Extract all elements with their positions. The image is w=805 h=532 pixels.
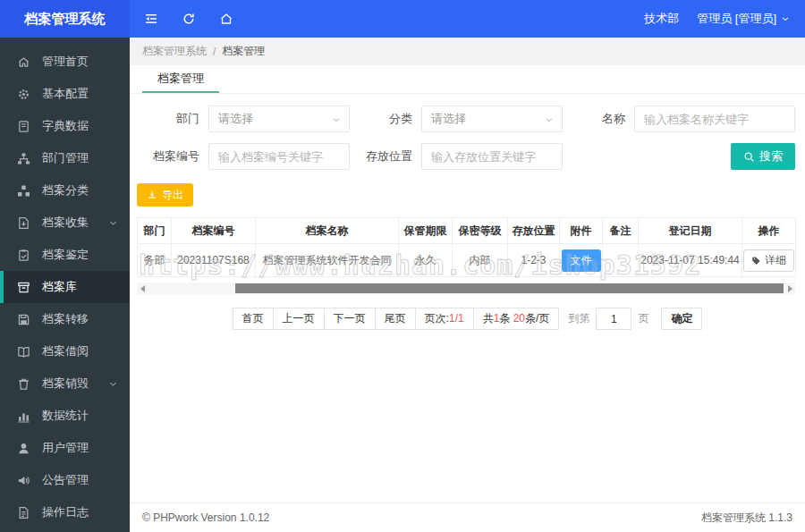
sidebar-item-11[interactable]: 档案销毁 (0, 367, 130, 400)
pagination-goto-unit: 页 (638, 311, 648, 326)
breadcrumb: 档案管理系统 / 档案管理 (130, 38, 805, 65)
sidebar-item-13[interactable]: 用户管理 (0, 432, 130, 464)
dict-icon (17, 120, 30, 133)
sidebar-item-5[interactable]: 档案分类 (0, 174, 130, 207)
transfer-icon (17, 313, 30, 326)
header-right: 技术部 管理员 [管理员] (644, 11, 805, 27)
cell-dept: 务部 (138, 244, 172, 277)
collapse-menu-icon[interactable] (144, 12, 158, 26)
sidebar-item-label: 公告管理 (42, 472, 89, 488)
sidebar-item-label: 管理首页 (42, 54, 89, 70)
cell-date: 2023-11-07 15:49:44 (639, 244, 742, 277)
header-icons (144, 12, 233, 26)
sidebar-item-4[interactable]: 部门管理 (0, 142, 130, 174)
home-icon[interactable] (219, 12, 233, 26)
dept-select[interactable]: 请选择 (208, 106, 350, 132)
department-label: 技术部 (644, 11, 679, 27)
table-body: 务部20231107S168档案管理系统软件开发合同永久内部1-2-3文件202… (138, 244, 796, 277)
chevron-down-icon (780, 13, 791, 24)
location-label: 存放位置 (350, 148, 421, 165)
user-name: 管理员 [管理员] (697, 11, 776, 27)
home-icon (17, 55, 30, 69)
cell-secrecy: 内部 (453, 244, 508, 277)
column-header: 部门 (138, 218, 172, 244)
name-input[interactable] (634, 106, 795, 132)
code-label: 档案编号 (137, 148, 208, 165)
search-icon (743, 151, 755, 163)
sidebar-item-15[interactable]: 操作日志 (0, 496, 130, 528)
scroll-left-arrow[interactable] (137, 283, 148, 294)
collect-icon (17, 216, 30, 230)
footer-right: 档案管理系统 1.1.3 (701, 511, 792, 526)
sidebar-item-label: 档案借阅 (42, 343, 89, 359)
pagination-last-button[interactable]: 尾页 (375, 308, 416, 330)
download-icon (147, 190, 157, 200)
pagination-confirm-button[interactable]: 确定 (661, 308, 702, 330)
pagination-goto-input[interactable] (596, 308, 631, 330)
code-input[interactable] (208, 143, 350, 170)
refresh-icon[interactable] (182, 12, 196, 26)
cell-code: 20231107S168 (172, 244, 256, 277)
location-input[interactable] (421, 143, 563, 170)
sidebar-item-1[interactable]: 管理首页 (0, 46, 130, 78)
chevron-down-icon (108, 379, 118, 389)
main-content: 档案管理系统 / 档案管理 档案管理 部门 请选择 分类 请选择 (130, 38, 805, 532)
sidebar-item-10[interactable]: 档案借阅 (0, 335, 130, 367)
column-header: 登记日期 (639, 218, 742, 244)
sidebar-item-label: 档案销毁 (42, 376, 89, 392)
column-header: 保管期限 (399, 218, 453, 244)
column-header: 保密等级 (453, 218, 508, 244)
sidebar-item-8[interactable]: 档案库 (0, 271, 130, 303)
name-label: 名称 (563, 111, 634, 127)
category-label: 分类 (350, 111, 421, 127)
chevron-down-icon (331, 114, 342, 125)
detail-button[interactable]: 详细 (743, 249, 794, 272)
cell-location: 1-2-3 (508, 244, 560, 277)
pagination-next-button[interactable]: 下一页 (324, 308, 376, 330)
horizontal-scrollbar[interactable] (137, 283, 795, 294)
sidebar-item-14[interactable]: 公告管理 (0, 464, 130, 496)
sidebar-item-9[interactable]: 档案转移 (0, 303, 130, 335)
pagination-page-info: 页次:1/1 (415, 308, 474, 330)
column-header: 附件 (560, 218, 603, 244)
export-button[interactable]: 导出 (137, 183, 193, 207)
column-header: 存放位置 (508, 218, 560, 244)
sidebar-item-3[interactable]: 字典数据 (0, 110, 130, 142)
sidebar-item-7[interactable]: 档案鉴定 (0, 239, 130, 271)
search-button[interactable]: 搜索 (731, 143, 795, 170)
tag-icon (751, 256, 761, 266)
sidebar-item-label: 用户管理 (42, 440, 89, 456)
sidebar-item-6[interactable]: 档案收集 (0, 207, 130, 239)
sidebar-item-12[interactable]: 数据统计 (0, 400, 130, 432)
filter-form: 部门 请选择 分类 请选择 名称 档案编号 (130, 94, 805, 170)
attachment-file-button[interactable]: 文件 (562, 249, 601, 272)
sidebar-item-label: 部门管理 (42, 150, 89, 166)
cell-note (603, 244, 639, 277)
destroy-icon (17, 377, 30, 391)
breadcrumb-root[interactable]: 档案管理系统 (142, 44, 207, 59)
tab-archive-management[interactable]: 档案管理 (142, 65, 219, 93)
sidebar-item-label: 字典数据 (42, 118, 89, 134)
footer: © PHPwork Version 1.0.12 档案管理系统 1.1.3 (130, 502, 805, 532)
chevron-down-icon (108, 218, 118, 228)
cell-action: 详细 (742, 244, 796, 277)
gear-icon (17, 88, 30, 101)
borrow-icon (17, 345, 30, 359)
pagination-total-info: 共1条 20条/页 (473, 308, 560, 330)
column-header: 档案编号 (172, 218, 256, 244)
sidebar-item-label: 数据统计 (42, 408, 89, 424)
sidebar-item-2[interactable]: 基本配置 (0, 78, 130, 110)
category-select[interactable]: 请选择 (421, 106, 563, 132)
pagination-first-button[interactable]: 首页 (233, 308, 274, 330)
log-icon (17, 506, 30, 519)
scroll-right-arrow[interactable] (784, 283, 795, 294)
column-header: 档案名称 (256, 218, 399, 244)
footer-left: © PHPwork Version 1.0.12 (142, 511, 269, 524)
sidebar-item-label: 操作日志 (42, 504, 89, 520)
column-header: 备注 (603, 218, 639, 244)
breadcrumb-separator: / (213, 46, 216, 58)
pagination-prev-button[interactable]: 上一页 (273, 308, 325, 330)
scrollbar-thumb[interactable] (235, 283, 784, 293)
stats-icon (17, 410, 30, 423)
user-dropdown[interactable]: 管理员 [管理员] (697, 11, 791, 27)
